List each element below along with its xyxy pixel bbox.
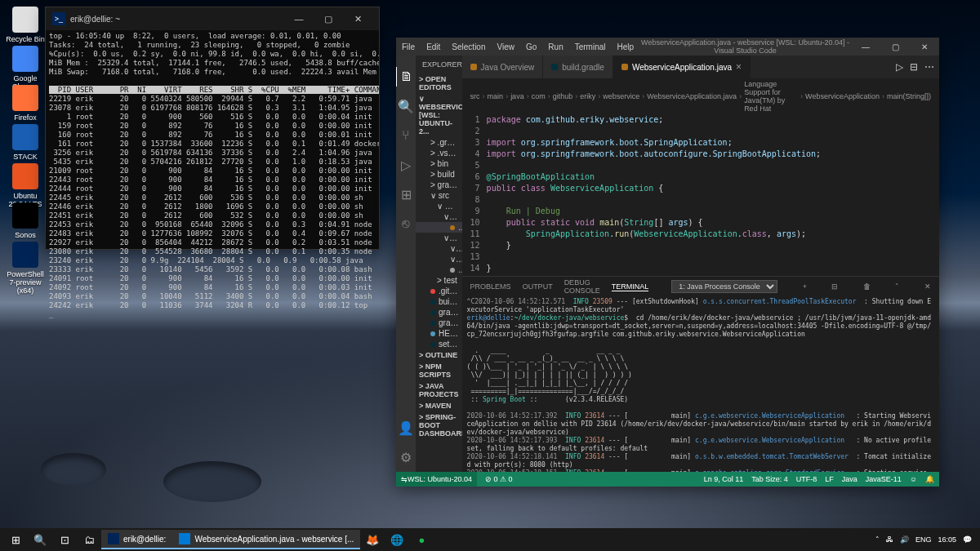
breadcrumb-segment[interactable]: webservice [603,92,639,100]
tree-item[interactable]: > test [416,275,462,286]
tree-item[interactable]: ∨ templates [416,254,462,264]
breadcrumb[interactable]: src›main›java›com›github›eriky›webservic… [462,78,939,114]
tree-item[interactable]: > gradle [416,180,462,190]
tree-item[interactable]: build.gradle [416,296,462,307]
terminal-body[interactable]: top - 16:05:40 up 8:22, 0 users, load av… [46,30,379,321]
breadcrumb-segment[interactable]: java [510,92,524,100]
maximize-button[interactable]: ▢ [314,7,343,30]
bell-icon[interactable]: 🔔 [925,475,934,483]
trash-icon[interactable]: 🗑 [863,282,871,291]
tray-chevron-icon[interactable]: ˄ [875,535,880,544]
remote-icon[interactable]: ⎋ [396,214,416,233]
breadcrumb-segment[interactable]: eriky [580,92,595,100]
menu-terminal[interactable]: Terminal [569,42,612,51]
close-button[interactable]: ✕ [343,7,372,30]
tree-item[interactable]: ∨ resources [416,233,462,243]
close-button[interactable]: ✕ [910,38,939,56]
desktop-icon-powershell[interactable]: PowerShell 7-preview (x64) [5,242,46,295]
chrome-icon[interactable]: 🌐 [385,528,409,551]
problems-indicator[interactable]: ⊘ 0 ⚠ 0 [485,475,513,483]
search-icon[interactable]: 🔍 [396,96,416,116]
terminal-selector[interactable]: 1: Java Process Console [671,280,777,293]
menu-run[interactable]: Run [542,42,568,51]
menu-go[interactable]: Go [520,42,542,51]
maximize-panel-icon[interactable]: ˄ [895,282,899,291]
add-terminal-icon[interactable]: + [803,282,807,291]
panel-tab-problems[interactable]: PROBLEMS [470,282,511,291]
tree-item[interactable]: application.properties [416,264,462,275]
tree-item[interactable]: > bin [416,158,462,169]
tree-item[interactable]: ∨ java \ com \ github \ eri... [416,211,462,222]
run-debug-icon[interactable]: ▷ [396,155,416,175]
breadcrumb-segment[interactable]: src [470,92,480,100]
tree-item[interactable]: ∨ main [416,201,462,211]
source-control-icon[interactable]: ⑂ [396,126,416,145]
code-editor[interactable]: 1234567891011121314 package com.github.e… [462,114,939,276]
tree-item[interactable]: > build [416,169,462,180]
taskbar-item-vscode[interactable]: WebserviceApplication.java - webservice … [172,530,360,549]
desktop-icon-firefox[interactable]: Firefox [5,85,46,122]
maximize-button[interactable]: ▢ [880,38,910,56]
breadcrumb-segment[interactable]: Language Support for Java(TM) by Red Hat [744,80,798,113]
panel-tab-terminal[interactable]: TERMINAL [612,282,649,291]
language-indicator[interactable]: ENG [915,535,932,544]
jdk[interactable]: JavaSE-11 [866,475,902,483]
tab-build.gradle[interactable]: build.gradle [543,56,613,78]
terminal-window[interactable]: >_ erik@dellie: ~ — ▢ ✕ top - 16:05:40 u… [45,7,380,250]
feedback-icon[interactable]: ☺ [910,475,917,483]
taskbar-item-terminal[interactable]: erik@dellie: [101,530,172,549]
desktop-icon-recycle-bin[interactable]: Recycle Bin [5,7,46,43]
encoding[interactable]: UTF-8 [796,475,817,483]
cursor-position[interactable]: Ln 9, Col 11 [704,475,744,483]
panel-body[interactable]: ^C2020-10-06 14:52:12.571 INFO 23509 ---… [462,296,939,472]
panel-tab-debug console[interactable]: DEBUG CONSOLE [564,278,600,295]
tree-item[interactable]: gradlew.bat [416,318,462,328]
tree-item[interactable]: WebserviceApplicatio... [416,222,462,233]
spotify-icon[interactable]: ● [409,528,434,551]
section-npm scripts[interactable]: > NPM SCRIPTS [416,361,462,380]
section-spring-boot dashboard[interactable]: > SPRING-BOOT DASHBOARD [416,411,462,439]
tab-Java Overview[interactable]: Java Overview [462,56,544,78]
gear-icon[interactable]: ⚙ [396,447,416,467]
section-maven[interactable]: > MAVEN [416,400,462,411]
more-icon[interactable]: ⋯ [924,61,934,73]
breadcrumb-segment[interactable]: github [553,92,573,100]
eol[interactable]: LF [825,475,834,483]
breadcrumb-segment[interactable]: main(String[]) [887,92,931,100]
desktop-icon-stack[interactable]: STACK [5,124,46,161]
tree-item[interactable]: > .gradle [416,137,462,148]
menu-help[interactable]: Help [612,42,640,51]
desktop-icon-sonos[interactable]: Sonos [5,202,46,239]
tab-WebserviceApplication.java[interactable]: WebserviceApplication.java× [613,56,751,78]
breadcrumb-segment[interactable]: WebserviceApplication.java [647,92,737,100]
minimize-button[interactable]: — [284,7,314,30]
start-button[interactable]: ⊞ [3,528,28,551]
vscode-window[interactable]: FileEditSelectionViewGoRunTerminalHelp W… [396,38,939,487]
explorer-icon[interactable]: 🗂 [77,528,101,551]
run-icon[interactable]: ▷ [896,61,903,73]
desktop-icon-ubuntu[interactable]: Ubuntu 20.04 LTS [5,163,46,208]
menu-selection[interactable]: Selection [446,42,491,51]
breadcrumb-segment[interactable]: WebserviceApplication [805,92,880,100]
desktop-icon-chrome[interactable]: Google Chrome [5,46,46,91]
section-java projects[interactable]: > JAVA PROJECTS [416,380,462,400]
breadcrumb-segment[interactable]: main [488,92,504,100]
workspace-section[interactable]: ∨ WEBSERVICE [WSL: UBUNTU-2... [416,93,462,137]
network-icon[interactable]: 🖧 [886,535,893,544]
menu-view[interactable]: View [492,42,521,51]
close-panel-icon[interactable]: ✕ [924,282,931,291]
split-terminal-icon[interactable]: ⊟ [831,282,838,291]
menu-edit[interactable]: Edit [421,42,446,51]
breadcrumb-segment[interactable]: com [532,92,546,100]
close-icon[interactable]: × [736,61,742,73]
notifications-icon[interactable]: 💬 [963,535,972,544]
tree-item[interactable]: ∨ src [416,190,462,201]
section-outline[interactable]: > OUTLINE [416,349,462,361]
remote-indicator[interactable]: ⇋ WSL: Ubuntu-20.04 [396,472,477,487]
extensions-icon[interactable]: ⊞ [396,184,416,204]
clock[interactable]: 16:05 [938,535,956,544]
minimize-button[interactable]: — [851,38,880,56]
tree-item[interactable]: > .vscode [416,148,462,158]
search-icon[interactable]: 🔍 [28,528,52,551]
volume-icon[interactable]: 🔊 [900,535,909,544]
